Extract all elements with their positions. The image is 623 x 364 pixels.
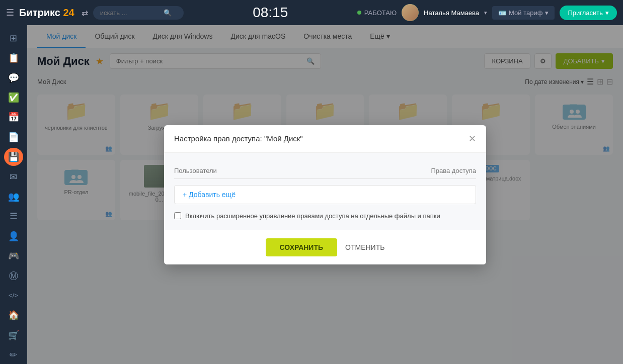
modal-body: Пользователи Права доступа + Добавить ещ… [164, 153, 486, 230]
tariff-icon: 🪪 [498, 9, 506, 17]
sidebar-item-chat[interactable]: 💬 [4, 69, 23, 86]
checkbox-row: Включить расширенное управление правами … [174, 212, 476, 220]
search-input[interactable] [100, 9, 161, 17]
sidebar-item-games[interactable]: 🎮 [4, 247, 23, 264]
sidebar-item-shop[interactable]: 🛒 [4, 326, 23, 344]
modal-footer: СОХРАНИТЬ ОТМЕНИТЬ [164, 230, 486, 264]
main-content: Мой диск Общий диск Диск для Windows Дис… [27, 25, 623, 364]
sidebar-item-crm[interactable]: ☰ [4, 208, 23, 225]
search-box[interactable]: 🔍 [93, 6, 184, 20]
invite-chevron: ▾ [605, 9, 609, 17]
sidebar-item-grid[interactable]: ⊞ [4, 29, 23, 47]
search-icon: 🔍 [164, 9, 172, 17]
modal-header: Настройка прав доступа: "Мой Диск" ✕ [164, 125, 486, 153]
invite-label: Пригласить [568, 9, 603, 17]
menu-icon[interactable]: ☰ [6, 7, 14, 18]
sidebar-item-mail[interactable]: ✉ [4, 168, 23, 186]
advanced-rights-checkbox[interactable] [174, 212, 181, 219]
modal-title: Настройка прав доступа: "Мой Диск" [174, 134, 303, 143]
status-dot [357, 11, 361, 15]
add-more-button[interactable]: + Добавить ещё [174, 185, 476, 204]
sidebar-item-home[interactable]: 🏠 [4, 307, 23, 324]
tariff-button[interactable]: 🪪 Мой тариф ▾ [492, 6, 555, 20]
save-button[interactable]: СОХРАНИТЬ [266, 238, 337, 256]
logo: Битрикс 24 [19, 7, 74, 19]
sidebar-item-edit[interactable]: ✏ [4, 346, 23, 364]
column-users-label: Пользователи [174, 167, 431, 174]
add-more-label: + Добавить ещё [183, 191, 236, 199]
tariff-label: Мой тариф [509, 9, 542, 17]
modal-overlay: Настройка прав доступа: "Мой Диск" ✕ Пол… [27, 25, 623, 364]
column-rights-label: Права доступа [431, 167, 476, 174]
sidebar-item-tags[interactable]: Ⓜ [4, 267, 23, 285]
arrows-icon[interactable]: ⇄ [82, 8, 88, 18]
modal-close-button[interactable]: ✕ [469, 133, 476, 144]
sidebar-item-contacts[interactable]: 👥 [4, 188, 23, 205]
username-chevron[interactable]: ▾ [484, 10, 487, 16]
modal-table-header: Пользователи Права доступа [174, 163, 476, 179]
layout: ⊞ 📋 💬 ✅ 📅 📄 💾 ✉ 👥 ☰ 👤 🎮 Ⓜ </> 🏠 🛒 ✏ Мой … [0, 25, 623, 364]
clock: 08:15 [189, 5, 352, 21]
cancel-button[interactable]: ОТМЕНИТЬ [345, 243, 384, 251]
access-rights-modal: Настройка прав доступа: "Мой Диск" ✕ Пол… [164, 125, 486, 264]
sidebar-item-feed[interactable]: 📋 [4, 49, 23, 66]
avatar[interactable] [402, 4, 419, 21]
sidebar-item-hr[interactable]: 👤 [4, 227, 23, 245]
topbar: ☰ Битрикс 24 ⇄ 🔍 08:15 РАБОТАЮ Наталья М… [0, 0, 623, 25]
sidebar-item-tasks[interactable]: ✅ [4, 88, 23, 106]
status-label: РАБОТАЮ [364, 9, 397, 17]
sidebar-item-disk[interactable]: 💾 [4, 148, 23, 165]
tariff-chevron: ▾ [545, 9, 549, 17]
invite-button[interactable]: Пригласить ▾ [560, 6, 617, 20]
avatar-image [402, 4, 419, 21]
username: Наталья Мамаева [424, 9, 479, 17]
sidebar-item-docs[interactable]: 📄 [4, 128, 23, 146]
sidebar-item-calendar[interactable]: 📅 [4, 109, 23, 126]
sidebar-item-dev[interactable]: </> [4, 287, 23, 304]
topbar-right: Наталья Мамаева ▾ 🪪 Мой тариф ▾ Пригласи… [402, 4, 617, 21]
sidebar: ⊞ 📋 💬 ✅ 📅 📄 💾 ✉ 👥 ☰ 👤 🎮 Ⓜ </> 🏠 🛒 ✏ [0, 25, 27, 364]
checkbox-label: Включить расширенное управление правами … [185, 212, 440, 220]
status-indicator: РАБОТАЮ [357, 9, 397, 17]
